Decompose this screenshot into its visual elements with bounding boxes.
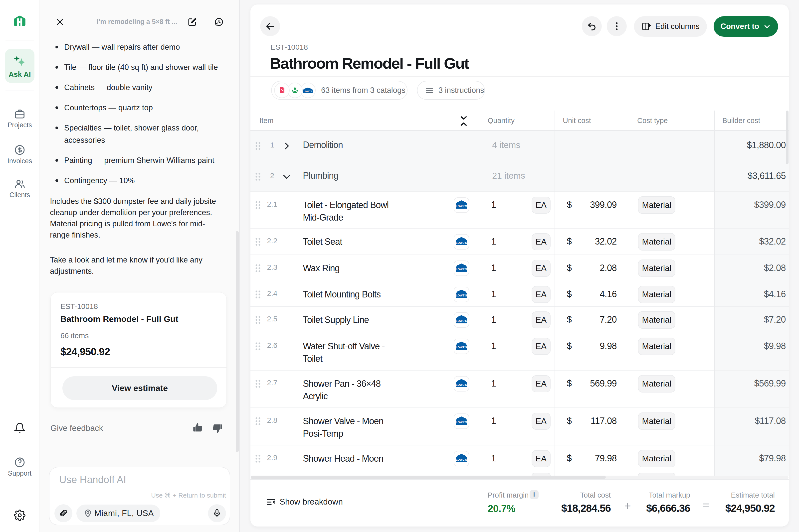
svg-text:LOWE'S: LOWE'S	[456, 268, 467, 271]
svg-text:LOWE'S: LOWE'S	[456, 383, 467, 386]
svg-text:LOWE'S: LOWE'S	[456, 294, 467, 297]
svg-text:LOWE'S: LOWE'S	[456, 205, 467, 208]
svg-text:LOWE'S: LOWE'S	[456, 241, 467, 244]
svg-text:LOWE'S: LOWE'S	[456, 421, 467, 424]
svg-text:LOWE'S: LOWE'S	[456, 346, 467, 349]
svg-text:LOWE'S: LOWE'S	[456, 458, 467, 461]
svg-text:LOWE'S: LOWE'S	[304, 90, 312, 93]
svg-text:LOWE'S: LOWE'S	[456, 319, 467, 322]
